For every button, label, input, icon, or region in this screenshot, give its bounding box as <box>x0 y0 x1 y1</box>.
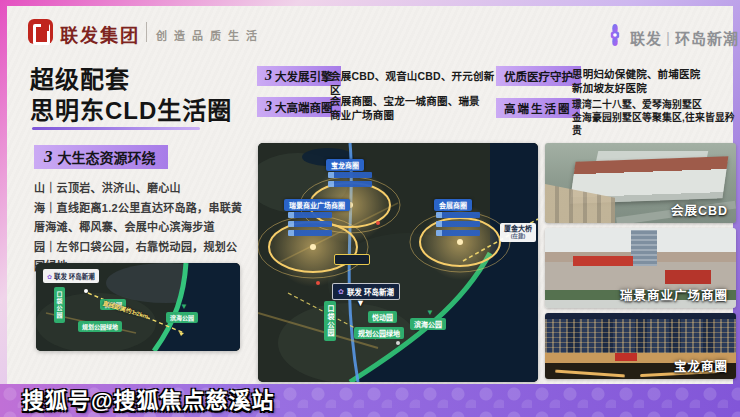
photo-window-lights <box>545 319 736 353</box>
photo-caption: 宝龙商圈 <box>674 356 728 375</box>
eco-line-sea: 海｜直线距离1.2公里直达环岛路，串联黄厝海滩、椰风寨、会展中心滨海步道 <box>34 199 248 238</box>
photo-sign-shape <box>573 256 633 266</box>
bridge-name: 厦金大桥 <box>504 225 532 232</box>
park-pin-icon: ▼ <box>426 309 434 317</box>
map-label-binhai-park: 滨海公园 <box>410 318 446 330</box>
badge-number: 3 <box>265 68 272 84</box>
flower-icon: ✿ <box>47 273 52 280</box>
text-premium-living: 璟湾二十八墅、爱琴海别墅区 金海豪园别墅区等聚集区,往来皆显矜贵 <box>572 99 740 138</box>
mini-label-planned-green: 规划公园绿地 <box>78 321 122 332</box>
text-premium-malls: 会展商圈、宝龙一城商圈、瑞景商业广场商圈 <box>330 95 490 123</box>
map-subpill <box>288 221 332 227</box>
project-pin-icon: ▼ <box>356 299 365 308</box>
photo-building-shape <box>631 230 657 266</box>
map-label-huizhan-circle: 会展商圈 <box>434 199 472 211</box>
brand-tagline: 创造品质生活 <box>156 27 264 43</box>
map-subpill <box>436 230 480 236</box>
brand-divider <box>146 22 147 42</box>
project-name: 联发 环岛新潮 <box>347 286 394 297</box>
map-subpill <box>288 230 332 236</box>
eco-badge-label: 大生态资源环绕 <box>58 147 156 167</box>
map-road-badge <box>334 254 370 265</box>
badge-label: 大发展引擎 <box>275 68 333 84</box>
text-medical-care: 思明妇幼保健院、前埔医院 新加坡友好医院 <box>572 68 738 96</box>
project-name: 联发 环岛新潮 <box>54 271 95 281</box>
mini-label-pocket-park: 口袋公园 <box>54 287 65 323</box>
brand-name-left: 联发集团 <box>60 21 140 47</box>
brand-right-name: 联发 <box>630 27 662 48</box>
park-pin-icon: ▼ <box>180 303 188 311</box>
map-label-planned-green: 规划公园绿地 <box>354 327 404 339</box>
photo-sign-shape <box>665 270 711 284</box>
map-label-pocket-park: 口袋公园 <box>324 301 336 341</box>
badge-label: 大高端商圈 <box>275 99 333 115</box>
watermark-text: 搜狐号@搜狐焦点慈溪站 <box>22 382 274 414</box>
map-subpill <box>288 212 332 218</box>
bridge-status: (在建) <box>504 233 532 240</box>
map-graphics <box>258 143 538 382</box>
lianfa-group-logo-icon <box>28 19 53 44</box>
eco-badge-number: 3 <box>44 147 53 167</box>
photo-caption: 会展CBD <box>671 200 728 219</box>
mini-label-binhai-park: 滨海公园 <box>166 312 198 323</box>
mini-location-map: ✿ 联发 环岛新潮 口袋公园 悦动园 规划公园绿地 ▼ 滨海公园 直线距离约1.… <box>36 263 240 351</box>
photo-caption: 瑞景商业广场商圈 <box>620 285 728 304</box>
map-label-yuedong-park: 悦动园 <box>368 311 397 323</box>
badge-development-engines: 3 大发展引擎 <box>257 66 341 86</box>
eco-line-mountain: 山｜云顶岩、洪济山、磨心山 <box>34 179 248 199</box>
flower-icon: ✿ <box>338 288 344 296</box>
photo-baolong-mall: 宝龙商圈 <box>545 313 736 379</box>
map-label-xiajin-bridge: 厦金大桥 (在建) <box>500 223 536 242</box>
photo-huizhan-cbd: 会展CBD <box>545 143 736 223</box>
map-subpill <box>328 172 372 178</box>
map-label-baolong-circle: 宝龙商圈 <box>326 159 364 171</box>
brand-right-divider: | <box>666 29 671 46</box>
map-subpill <box>436 221 480 227</box>
badge-label: 优质医疗守护 <box>504 68 573 84</box>
main-satellite-map: 宝龙商圈 瑞景商业广场商圈 会展商圈 厦金大桥 (在建) ✿ 联发 环岛新潮 ▼… <box>258 143 538 382</box>
logo-glyph-notch <box>41 23 49 31</box>
badge-premium-malls: 3 大高端商圈 <box>257 97 341 117</box>
photo-ruijing-mall: 瑞景商业广场商圈 <box>545 228 736 308</box>
title-underline <box>32 127 200 130</box>
eco-resources-badge: 3 大生态资源环绕 <box>34 145 168 169</box>
page-title-line2: 思明东CLD生活圈 <box>30 91 232 126</box>
text-development-engines: 会展CBD、观音山CBD、开元创新区 <box>330 70 495 98</box>
map-subpill <box>436 212 480 218</box>
photo-light-streak <box>555 370 625 378</box>
flower-logo-icon <box>604 24 626 46</box>
photo-sign-shape <box>615 353 637 361</box>
badge-number: 3 <box>265 99 272 115</box>
badge-premium-living: 高端生活圈 <box>496 98 580 118</box>
map-subpill <box>328 181 372 187</box>
poster-page: 联发集团 创造品质生活 联发 | 环岛新潮 超级配套 思明东CLD生活圈 3 大… <box>0 0 740 417</box>
badge-medical-care: 优质医疗守护 <box>496 66 581 86</box>
brand-name-right: 联发 | 环岛新潮 <box>630 27 739 48</box>
badge-label: 高端生活圈 <box>504 100 572 116</box>
brand-right-sub: 环岛新潮 <box>675 27 739 48</box>
page-title-line1: 超级配套 <box>30 60 130 95</box>
map-label-ruijing-circle: 瑞景商业广场商圈 <box>284 199 350 211</box>
mini-map-project-badge: ✿ 联发 环岛新潮 <box>43 269 99 283</box>
map-project-badge: ✿ 联发 环岛新潮 <box>332 283 400 300</box>
